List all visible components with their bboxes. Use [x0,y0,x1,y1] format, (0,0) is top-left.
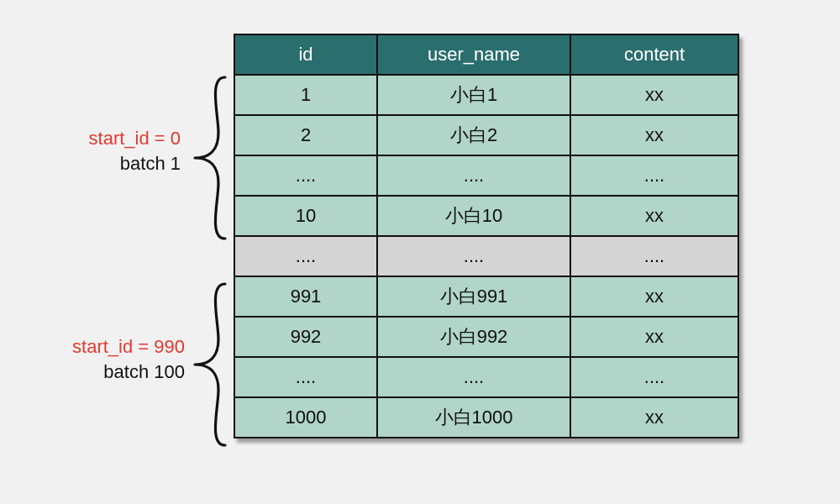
table-row: .... .... .... [234,155,738,196]
cell-id: 1000 [234,397,377,438]
cell-user-name: .... [377,357,570,397]
cell-content: xx [570,317,738,357]
brace-icon [190,74,228,242]
cell-user-name: 小白10 [377,196,570,236]
cell-id: 10 [234,196,377,236]
cell-id: 992 [234,317,377,357]
cell-content: xx [570,397,738,438]
table-row: 1 小白1 xx [234,75,738,115]
cell-id: 1 [234,75,377,115]
cell-content: xx [570,276,738,317]
cell-user-name: 小白992 [377,317,570,357]
table-gap-row: .... .... .... [234,236,738,276]
batch1-label: start_id = 0 batch 1 [38,126,181,176]
table-row: 992 小白992 xx [234,317,738,357]
data-table: id user_name content 1 小白1 xx 2 小白2 xx .… [234,34,739,438]
header-id: id [234,34,377,75]
cell-content: .... [570,155,738,196]
cell-id: 991 [234,276,377,317]
cell-user-name: 小白991 [377,276,570,317]
cell-content: xx [570,196,738,236]
batch1-start-id: start_id = 0 [38,126,181,151]
cell-user-name: .... [377,236,570,276]
cell-content: .... [570,236,738,276]
cell-user-name: 小白1000 [377,397,570,438]
cell-id: .... [234,236,377,276]
table-row: 1000 小白1000 xx [234,397,738,438]
header-user-name: user_name [377,34,570,75]
cell-id: .... [234,155,377,196]
table-row: .... .... .... [234,357,738,397]
brace-icon [190,281,228,449]
cell-content: xx [570,115,738,155]
batch1-number: batch 1 [38,151,181,176]
batch100-label: start_id = 990 batch 100 [29,334,185,384]
table-header-row: id user_name content [234,34,738,75]
table-row: 10 小白10 xx [234,196,738,236]
cell-id: 2 [234,115,377,155]
cell-content: xx [570,75,738,115]
cell-user-name: .... [377,155,570,196]
table-row: 991 小白991 xx [234,276,738,317]
batch100-start-id: start_id = 990 [29,334,185,360]
table-row: 2 小白2 xx [234,115,738,155]
cell-id: .... [234,357,377,397]
cell-user-name: 小白1 [377,75,570,115]
cell-content: .... [570,357,738,397]
cell-user-name: 小白2 [377,115,570,155]
header-content: content [570,34,738,75]
batch100-number: batch 100 [29,360,185,385]
